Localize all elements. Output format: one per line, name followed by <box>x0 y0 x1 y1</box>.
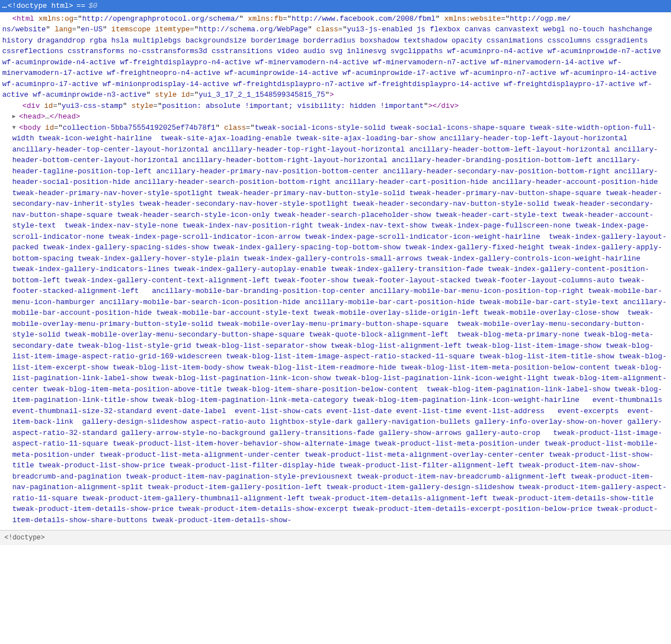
div-css-stamp-row[interactable]: <div id="yui3-css-stamp" style="position… <box>2 101 669 112</box>
breadcrumb-bar[interactable]: <!doctype> <box>0 530 671 545</box>
attr-itemscope: itemscope <box>111 25 150 34</box>
attr-div-style: position: absolute !important; visibilit… <box>162 102 424 110</box>
head-row[interactable]: ▶<head>…</head> <box>2 111 669 122</box>
attr-div-id: yui3-css-stamp <box>62 102 122 110</box>
attr-xmlns-fb: http://www.facebook.com/2008/fbml <box>291 15 435 23</box>
attr-html-class: yui3-js-enabled js flexbox canvas canvas… <box>2 25 665 99</box>
attr-itemtype: http://schema.org/WebPage <box>199 25 308 34</box>
dollar-zero: $0 <box>88 1 97 12</box>
attr-lang: en-US <box>81 25 102 34</box>
attr-xmlns-website-1: http://ogp.me/ <box>510 15 571 23</box>
attr-xmlns-og: http://opengraphprotocol.org/schema/ <box>82 15 239 23</box>
html-attrs-cont: ns/website" lang="en-US" itemscope itemt… <box>2 24 669 101</box>
attr-html-id: yui_3_17_2_1_1548599345815_75 <box>199 91 325 99</box>
attr-body-class: tweak-social-icons-style-solid tweak-soc… <box>12 124 667 524</box>
attr-body-id: collection-5bba75554192025ef74b78f1 <box>63 124 215 132</box>
html-element-row[interactable]: <html xmlns:og="http://opengraphprotocol… <box>2 13 669 25</box>
expand-arrow-icon[interactable]: ▶ <box>12 112 19 121</box>
selected-doctype-row[interactable]: … <!doctype html> == $0 <box>0 0 671 12</box>
attr-xmlns-website-2: ns/website <box>2 25 46 34</box>
breadcrumb-doctype[interactable]: <!doctype> <box>4 534 45 542</box>
ellipsis-icon: … <box>2 1 7 12</box>
head-close: head <box>58 112 75 121</box>
head-open: head <box>23 112 41 121</box>
dom-tree[interactable]: <html xmlns:og="http://opengraphprotocol… <box>0 12 671 531</box>
doctype-text: <!doctype html> <box>8 1 73 12</box>
head-dots: … <box>45 112 50 121</box>
collapse-arrow-icon[interactable]: ▼ <box>12 124 19 132</box>
body-row[interactable]: ▼<body id="collection-5bba75554192025ef7… <box>2 122 669 526</box>
equals-text: == <box>77 1 86 12</box>
